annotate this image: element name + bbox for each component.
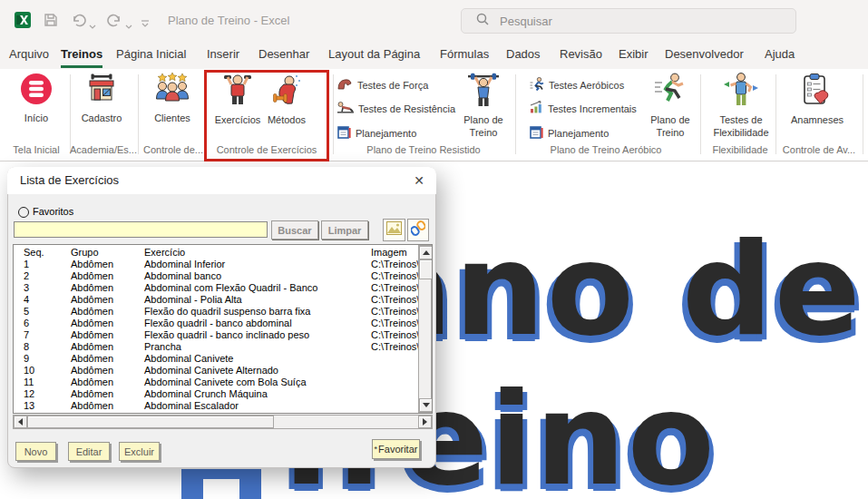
- excluir-button[interactable]: Excluir: [119, 442, 160, 461]
- table-row[interactable]: 13AbdômenAbdominal Escalador: [14, 400, 432, 412]
- gym-store-icon: [85, 73, 118, 109]
- link-button[interactable]: [407, 219, 429, 241]
- table-row[interactable]: 2AbdômenAbdominal bancoC:\Treinos\: [14, 270, 432, 282]
- tab-arquivo[interactable]: Arquivo: [9, 47, 49, 61]
- exercise-list[interactable]: Seq. Grupo Exercício Imagem 1AbdômenAbdo…: [13, 244, 433, 414]
- group-label-plano-resistido: Plano de Treino Resistido: [366, 144, 480, 155]
- favoritar-button[interactable]: *Favoritar: [372, 439, 420, 459]
- quick-access-toolbar-icon[interactable]: [141, 15, 150, 32]
- tab-formulas[interactable]: Fórmulas: [440, 47, 489, 61]
- editar-label: Editar: [76, 446, 102, 457]
- limpar-button[interactable]: Limpar: [321, 220, 368, 240]
- exercise-search-input[interactable]: [14, 221, 268, 238]
- table-row[interactable]: 9AbdômenAbdominal Canivete: [14, 353, 432, 365]
- tab-dados[interactable]: Dados: [506, 47, 541, 61]
- planner-icon: [530, 125, 543, 142]
- tab-revisao[interactable]: Revisão: [560, 47, 602, 61]
- vertical-scrollbar[interactable]: [418, 245, 432, 413]
- home-menu-icon: [20, 73, 53, 109]
- ribbon-group-separator: [333, 74, 334, 154]
- plano-de-treino-aerobico-button[interactable]: Plano de Treino: [639, 73, 701, 143]
- stretching-person-icon: [723, 73, 759, 111]
- planejamento-resistido-label: Planejamento: [356, 128, 416, 139]
- testes-incrementais-button[interactable]: Testes Incrementais: [530, 100, 637, 118]
- table-row[interactable]: 5AbdômenFlexão do quadril suspenso barra…: [14, 306, 432, 318]
- redo-dropdown-icon[interactable]: [125, 17, 132, 34]
- tab-desenhar[interactable]: Desenhar: [258, 47, 309, 61]
- table-row[interactable]: 11AbdômenAbdominal Canivete com Bola Suí…: [14, 377, 432, 388]
- close-icon[interactable]: ✕: [408, 171, 430, 191]
- plano-treino-aerobico-label-2: Treino: [657, 126, 685, 139]
- excel-window: Plano de Treino Plano de Treino - Excel …: [0, 0, 868, 499]
- table-row[interactable]: 8AbdômenPranchaC:\Treinos\: [14, 341, 432, 353]
- tab-pagina-inicial[interactable]: Página Inicial: [116, 47, 186, 61]
- header-grupo: Grupo: [71, 247, 99, 258]
- show-image-button[interactable]: [383, 219, 405, 241]
- redo-icon[interactable]: [107, 13, 122, 31]
- tab-inserir[interactable]: Inserir: [207, 47, 239, 61]
- plano-treino-resistido-label-1: Plano de: [463, 113, 502, 126]
- table-row[interactable]: 6AbdômenFlexão quadril - banco abdominal…: [14, 318, 432, 329]
- anamneses-button[interactable]: Anamneses: [783, 73, 852, 143]
- tab-layout-da-pagina[interactable]: Layout da Página: [328, 47, 420, 61]
- image-icon: [386, 221, 402, 239]
- plano-treino-resistido-label-2: Treino: [470, 126, 498, 139]
- horizontal-scroll-thumb[interactable]: [27, 416, 274, 428]
- testes-de-flexibilidade-button[interactable]: Testes de Flexibilidade: [705, 73, 777, 143]
- table-row[interactable]: 4AbdômenAbdominal - Polia AltaC:\Treinos…: [14, 294, 432, 306]
- tab-treinos[interactable]: Treinos: [61, 47, 102, 61]
- novo-label: Novo: [24, 446, 48, 457]
- strength-arm-icon: [337, 77, 353, 94]
- testes-de-forca-button[interactable]: Testes de Força: [337, 76, 428, 94]
- inicio-button[interactable]: Início: [7, 73, 65, 143]
- testes-de-resistencia-button[interactable]: Testes de Resistência: [337, 100, 455, 118]
- tab-desenvolvedor[interactable]: Desenvolvedor: [665, 47, 744, 61]
- plano-de-treino-resistido-button[interactable]: Plano de Treino: [453, 73, 514, 143]
- buscar-label: Buscar: [278, 225, 311, 236]
- clientes-button[interactable]: Clientes: [143, 73, 201, 143]
- search-input[interactable]: [498, 14, 774, 29]
- tab-ajuda[interactable]: Ajuda: [765, 47, 795, 61]
- scroll-down-icon[interactable]: [419, 398, 433, 412]
- favoritos-label: Favoritos: [33, 206, 73, 217]
- search-box[interactable]: [461, 8, 796, 34]
- clients-group-icon: [155, 73, 190, 109]
- table-row[interactable]: 3AbdômenAbdominal com Flexão Quadril - B…: [14, 282, 432, 294]
- inicio-label: Início: [24, 112, 48, 124]
- table-row[interactable]: 10AbdômenAbdominal Canivete Alternado: [14, 365, 432, 377]
- table-row[interactable]: 1AbdômenAbdominal InferiorC:\Treinos\: [14, 259, 432, 270]
- metodos-button[interactable]: Métodos: [259, 73, 314, 143]
- planner-icon: [337, 125, 351, 142]
- cadastro-button[interactable]: Cadastro: [73, 73, 131, 143]
- vertical-scroll-thumb[interactable]: [419, 259, 433, 279]
- anamneses-label: Anamneses: [791, 113, 844, 126]
- scroll-right-icon[interactable]: [418, 416, 432, 428]
- undo-dropdown-icon[interactable]: [89, 17, 96, 34]
- tab-exibir[interactable]: Exibir: [619, 47, 649, 61]
- ribbon-group-separator: [138, 74, 139, 154]
- table-row[interactable]: 12AbdômenAbdominal Crunch Máquina: [14, 388, 432, 400]
- planejamento-resistido-button[interactable]: Planejamento: [337, 124, 416, 142]
- runner-icon: [530, 77, 544, 94]
- table-row[interactable]: 14AbdômenAbdominal Infra Bola Suíça: [14, 412, 432, 414]
- buscar-button[interactable]: Buscar: [271, 220, 318, 240]
- excluir-label: Excluir: [124, 446, 154, 457]
- clientes-label: Clientes: [154, 112, 190, 124]
- save-icon[interactable]: [44, 13, 58, 31]
- planejamento-aerobico-button[interactable]: Planejamento: [530, 124, 609, 142]
- scroll-left-icon[interactable]: [14, 416, 27, 428]
- undo-icon[interactable]: [71, 13, 86, 31]
- group-label-controle-de-exercicios: Controle de Exercícios: [217, 144, 317, 155]
- scroll-up-icon[interactable]: [419, 246, 433, 259]
- testes-de-forca-label: Testes de Força: [357, 80, 428, 91]
- table-row[interactable]: 7AbdômenFlexão quadril - banco inclinado…: [14, 329, 432, 341]
- testes-aerobicos-button[interactable]: Testes Aeróbicos: [530, 76, 624, 94]
- testes-incrementais-label: Testes Incrementais: [548, 103, 637, 114]
- watermark-letter-fragment: [181, 469, 261, 499]
- dialog-title: Lista de Exercícios: [20, 173, 119, 187]
- novo-button[interactable]: Novo: [15, 442, 56, 461]
- editar-button[interactable]: Editar: [68, 442, 110, 461]
- favoritos-radio[interactable]: [18, 207, 29, 218]
- horizontal-scrollbar[interactable]: [13, 415, 433, 429]
- group-label-academia: Academia/Es...: [70, 144, 137, 155]
